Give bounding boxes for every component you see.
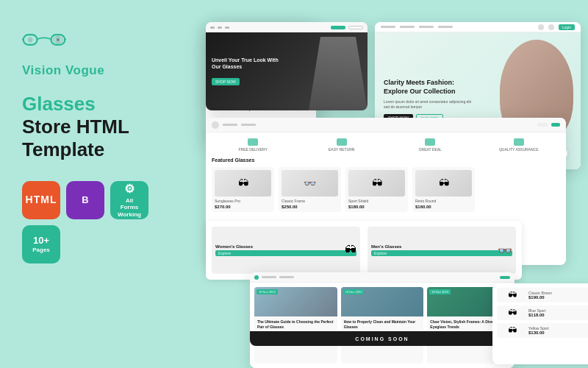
- product-img-2: 👓: [282, 170, 338, 197]
- brand-name-row: Vision Vogue: [22, 63, 191, 78]
- forms-icon: ⚙: [124, 182, 135, 196]
- coming-soon-text: COMING SOON: [355, 336, 409, 342]
- logo-dot: [254, 275, 259, 280]
- search-icon[interactable]: [537, 123, 548, 127]
- woman-image: [309, 37, 368, 110]
- hero-woman-screenshot: Unveil Your True Look With Our Glasses S…: [206, 22, 368, 110]
- hero-content-1: Unveil Your True Look With Our Glasses S…: [206, 32, 368, 110]
- logo-icon: [22, 29, 66, 50]
- blog-img-2: 18 Nov 2023: [341, 287, 424, 316]
- main-container: Vision Vogue Glasses Store HTML Template…: [0, 0, 588, 368]
- nav-bar-2: Login: [375, 22, 581, 32]
- right-panel: Unveil Your True Look With Our Glasses S…: [206, 22, 566, 346]
- svg-point-5: [57, 38, 59, 40]
- nav-link: [223, 124, 237, 126]
- nav-dot: [225, 26, 229, 29]
- perk-return: EASY RETURN: [301, 138, 384, 152]
- nav-cta[interactable]: [500, 276, 510, 279]
- eyeglass-row-2: 🕶 Blue Sport $118.00: [497, 305, 588, 320]
- women-title: Women's Glasses: [215, 244, 356, 249]
- eyeglass-row-3: 🕶 Yellow Sport $130.00: [497, 323, 588, 338]
- delivery-icon: [248, 138, 258, 146]
- nav-link: [241, 124, 256, 126]
- eyeglass-row-1: 🕶 Classic Brown $190.00: [497, 288, 588, 302]
- women-explore-btn[interactable]: Explore: [215, 250, 356, 256]
- eg-price-1: $190.00: [528, 295, 588, 300]
- nav-text: [262, 276, 276, 278]
- perks-row: FREE DELIVERY EASY RETURN GREAT DEAL QUA…: [212, 138, 560, 152]
- blog-title-1: The Ultimate Guide to Choosing the Perfe…: [257, 319, 334, 329]
- logo-area: [22, 29, 191, 50]
- eg-img-3: 🕶: [499, 325, 525, 336]
- nav-btn-outline: [348, 26, 363, 29]
- eg-img-1: 🕶: [499, 290, 525, 300]
- search-icon[interactable]: [538, 24, 544, 30]
- nav-link-2: [419, 26, 434, 28]
- product-card-4: 🕶 Retro Round $160.00: [412, 167, 475, 212]
- hero-text-block: Unveil Your True Look With Our Glasses S…: [212, 57, 285, 86]
- nav-btn-green: [331, 26, 345, 29]
- product-name-3: Sport Shield: [348, 199, 405, 203]
- blog-date-1: 18 Nov 2023: [257, 289, 278, 294]
- blog-screenshot: 18 Nov 2023 The Ultimate Guide to Choosi…: [250, 272, 514, 368]
- eg-price-2: $118.00: [528, 313, 588, 317]
- return-icon: [337, 138, 347, 146]
- women-category: Women's Glasses Explore 🕶: [212, 227, 360, 274]
- nav-logo-text: [381, 26, 395, 28]
- blog-body: 18 Nov 2023 The Ultimate Guide to Choosi…: [250, 283, 514, 368]
- left-panel: Vision Vogue Glasses Store HTML Template…: [22, 22, 191, 263]
- featured-title: Featured Glasses: [212, 158, 560, 163]
- product-img-1: 🕶: [215, 170, 271, 197]
- women-glasses-icon: 🕶: [345, 244, 356, 257]
- blog-img-1: 18 Nov 2023: [254, 287, 337, 316]
- badges-row: HTML B ⚙ All Forms Working 10+ Pages: [22, 181, 191, 263]
- hero2-title: Clarity Meets Fashion: Explore Our Colle…: [384, 79, 472, 96]
- quality-icon: [514, 138, 524, 146]
- eg-img-2: 🕶: [499, 308, 525, 318]
- deal-icon: [425, 138, 435, 146]
- perk-quality: QUALITY ASSURANCE: [478, 138, 561, 152]
- blog-date-2: 18 Nov 2023: [343, 289, 365, 294]
- men-explore-btn[interactable]: Explore: [371, 250, 512, 256]
- product-price-3: $180.00: [348, 205, 405, 209]
- nav-btn[interactable]: Login: [559, 24, 575, 30]
- feat-nav: [206, 118, 566, 132]
- hero-btn-1[interactable]: SHOP NOW: [212, 78, 240, 85]
- categories-section: Women's Glasses Explore 🕶 Men's Glasses …: [206, 221, 522, 280]
- eg-info-2: Blue Sport $118.00: [528, 308, 588, 317]
- nav-bar-1: [206, 22, 368, 32]
- product-price-1: $270.00: [215, 205, 271, 209]
- men-category: Men's Glasses Explore 👓: [368, 227, 516, 274]
- nav-text: [279, 276, 294, 278]
- blog-card-2: 18 Nov 2023 How to Properly Clean and Ma…: [341, 287, 424, 364]
- hero2-text: Clarity Meets Fashion: Explore Our Colle…: [384, 79, 472, 123]
- eyeglasses-list: 🕶 Classic Brown $190.00 🕶 Blue Sport $11…: [492, 283, 588, 364]
- product-img-3: 🕶: [348, 170, 405, 197]
- nav-dot: [218, 26, 222, 29]
- cart-icon[interactable]: [551, 123, 560, 127]
- nav-dot: [210, 26, 215, 29]
- perk-deal: GREAT DEAL: [389, 138, 472, 152]
- page-title: Glasses Store HTML Template: [22, 93, 191, 162]
- eg-info-1: Classic Brown $190.00: [528, 291, 588, 300]
- product-price-4: $160.00: [415, 205, 472, 209]
- pages-badge: 10+ Pages: [22, 225, 60, 263]
- svg-point-2: [28, 38, 33, 43]
- blog-date-3: 18 Nov 2023: [429, 289, 451, 294]
- men-glasses-icon: 👓: [498, 244, 512, 258]
- eg-info-3: Yellow Sport $130.00: [528, 326, 588, 335]
- product-name-1: Sunglasses Pro: [215, 199, 271, 203]
- product-img-4: 🕶: [415, 170, 472, 197]
- hero-title-1: Unveil Your True Look With Our Glasses: [212, 57, 285, 70]
- blog-card-1: 18 Nov 2023 The Ultimate Guide to Choosi…: [254, 287, 337, 364]
- coming-soon-strip: COMING SOON: [250, 331, 514, 346]
- men-title: Men's Glasses: [371, 244, 512, 249]
- product-card-1: 🕶 Sunglasses Pro $270.00: [212, 167, 274, 212]
- eg-price-3: $130.00: [528, 330, 588, 335]
- forms-badge: ⚙ All Forms Working: [110, 181, 148, 219]
- product-name-2: Classic Frame: [282, 199, 338, 203]
- blog-nav: [250, 272, 514, 283]
- product-price-2: $250.00: [282, 205, 338, 209]
- perk-delivery: FREE DELIVERY: [212, 138, 295, 152]
- cart-icon[interactable]: [548, 24, 554, 30]
